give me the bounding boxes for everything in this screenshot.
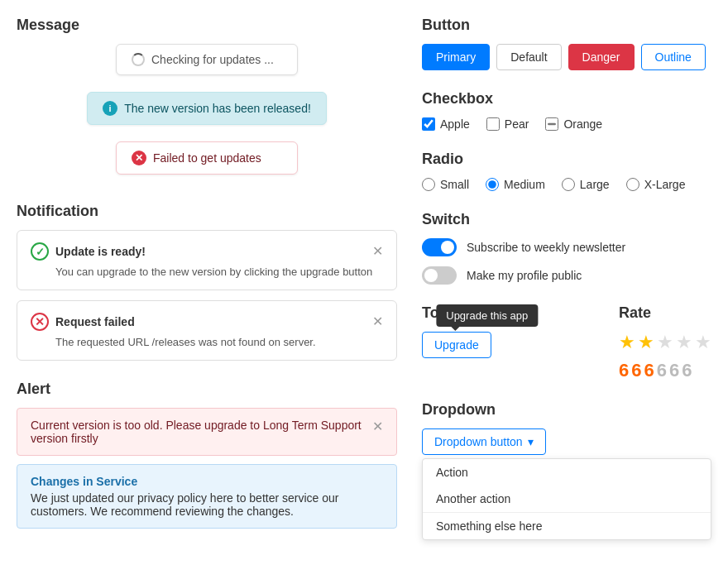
message-info-text: The new version has been released!: [124, 102, 311, 115]
num-6: 6: [682, 360, 692, 381]
dropdown-item-else[interactable]: Something else here: [423, 513, 711, 539]
radio-small[interactable]: Small: [422, 178, 469, 191]
alert-danger-text: Current version is too old. Please upgra…: [31, 419, 364, 445]
message-section-title: Message: [17, 17, 397, 34]
notification-card-error: ✕ Request failed ✕ The requested URL /re…: [17, 300, 397, 361]
switch-newsletter[interactable]: [422, 238, 457, 256]
checkbox-orange[interactable]: Orange: [545, 117, 602, 131]
button-section-title: Button: [422, 17, 711, 34]
star-5[interactable]: ★: [695, 332, 711, 353]
star-2[interactable]: ★: [638, 332, 654, 353]
danger-button[interactable]: Danger: [568, 44, 635, 70]
default-button[interactable]: Default: [496, 44, 561, 70]
message-loading: Checking for updates ...: [116, 44, 298, 75]
dropdown-item-action[interactable]: Action: [423, 459, 711, 486]
checkbox-pear-label: Pear: [505, 117, 529, 131]
radio-large[interactable]: Large: [562, 178, 610, 191]
radio-medium-label: Medium: [504, 178, 545, 191]
checkbox-pear-input[interactable]: [486, 117, 500, 131]
switch-profile[interactable]: [422, 266, 457, 285]
stars-row: ★ ★ ★ ★ ★: [619, 332, 711, 353]
tooltip-rate-row: Tooltip Upgrade Upgrade this app Rate ★ …: [422, 304, 711, 381]
star-4[interactable]: ★: [676, 332, 692, 353]
dropdown-button[interactable]: Dropdown button ▾: [422, 428, 546, 455]
num-5: 6: [669, 360, 679, 381]
notif-success-body: You can upgrade to the new version by cl…: [55, 266, 383, 278]
message-info: i The new version has been released!: [87, 92, 327, 125]
checkbox-apple-input[interactable]: [422, 117, 435, 131]
button-section: Button Primary Default Danger Outline: [422, 17, 711, 70]
message-loading-text: Checking for updates ...: [151, 53, 274, 66]
outline-button[interactable]: Outline: [641, 44, 706, 70]
spinner-icon: [132, 53, 145, 66]
alert-info: Changes in Service We just updated our p…: [17, 464, 397, 529]
notif-error-close-button[interactable]: ✕: [372, 315, 383, 328]
radio-xlarge-label: X-Large: [644, 178, 686, 191]
notification-card-success: ✓ Update is ready! ✕ You can upgrade to …: [17, 230, 397, 290]
switch-section: Switch Subscribe to weekly newsletter Ma…: [422, 211, 711, 285]
alert-danger-close[interactable]: ✕: [372, 419, 383, 434]
message-error-text: Failed to get updates: [153, 151, 261, 165]
alert-danger: Current version is too old. Please upgra…: [17, 408, 397, 456]
number-row: 6 6 6 6 6 6: [619, 360, 711, 381]
notification-section: Notification ✓ Update is ready! ✕ You ca…: [17, 203, 397, 361]
tooltip-section: Tooltip Upgrade Upgrade this app: [422, 304, 586, 358]
radio-medium[interactable]: Medium: [486, 178, 545, 191]
primary-button[interactable]: Primary: [422, 44, 490, 70]
num-2: 6: [631, 360, 641, 381]
star-1[interactable]: ★: [619, 332, 635, 353]
switch-section-title: Switch: [422, 211, 711, 228]
radio-large-label: Large: [580, 178, 610, 191]
message-error: ✕ Failed to get updates: [116, 141, 298, 175]
radio-medium-input[interactable]: [486, 178, 499, 191]
num-3: 6: [644, 360, 654, 381]
notification-section-title: Notification: [17, 203, 397, 220]
dropdown-section: Dropdown Dropdown button ▾ Action Anothe…: [422, 401, 711, 540]
checkbox-section: Checkbox Apple Pear Orange: [422, 90, 711, 131]
rate-section: Rate ★ ★ ★ ★ ★ 6 6 6 6 6 6: [619, 304, 711, 381]
rate-section-title: Rate: [619, 304, 711, 322]
tooltip-container: Upgrade Upgrade this app: [422, 332, 491, 358]
alert-section-title: Alert: [17, 381, 397, 398]
checkbox-orange-label: Orange: [563, 117, 602, 131]
alert-info-title: Changes in Service: [31, 475, 383, 488]
tooltip-upgrade-button[interactable]: Upgrade: [422, 332, 491, 358]
switch-newsletter-label: Subscribe to weekly newsletter: [467, 241, 625, 254]
radio-xlarge[interactable]: X-Large: [626, 178, 686, 191]
radio-section: Radio Small Medium Large X-Large: [422, 151, 711, 191]
dropdown-button-label: Dropdown button: [434, 435, 523, 448]
checkbox-pear[interactable]: Pear: [486, 117, 529, 131]
error-icon-sm: ✕: [132, 151, 146, 165]
radio-small-input[interactable]: [422, 178, 435, 191]
alert-section: Alert Current version is too old. Please…: [17, 381, 397, 529]
info-icon: i: [103, 101, 117, 116]
radio-section-title: Radio: [422, 151, 711, 168]
error-circle-icon: ✕: [31, 313, 49, 331]
dropdown-section-title: Dropdown: [422, 401, 711, 419]
num-1: 6: [619, 360, 629, 381]
checkbox-apple-label: Apple: [440, 117, 470, 131]
notif-error-title: Request failed: [55, 315, 135, 328]
checkbox-orange-input[interactable]: [545, 117, 558, 131]
radio-small-label: Small: [440, 178, 469, 191]
switch-profile-slider: [422, 266, 457, 285]
dropdown-item-another[interactable]: Another action: [423, 486, 711, 512]
message-section: Message Checking for updates ... i The n…: [17, 17, 397, 183]
star-3[interactable]: ★: [657, 332, 673, 353]
checkbox-section-title: Checkbox: [422, 90, 711, 108]
switch-profile-label: Make my profile public: [467, 269, 582, 282]
chevron-down-icon: ▾: [528, 435, 534, 448]
num-4: 6: [657, 360, 667, 381]
alert-info-text: We just updated our privacy policy here …: [31, 491, 383, 518]
radio-xlarge-input[interactable]: [626, 178, 639, 191]
checkbox-apple[interactable]: Apple: [422, 117, 470, 131]
notif-close-button[interactable]: ✕: [372, 245, 383, 258]
tooltip-section-title: Tooltip: [422, 304, 586, 322]
dropdown-menu: Action Another action Something else her…: [422, 458, 711, 540]
success-icon: ✓: [31, 242, 49, 261]
radio-large-input[interactable]: [562, 178, 575, 191]
switch-newsletter-slider: [422, 238, 457, 256]
notif-success-title: Update is ready!: [55, 245, 146, 258]
notif-error-body: The requested URL /releases was not foun…: [55, 336, 383, 348]
